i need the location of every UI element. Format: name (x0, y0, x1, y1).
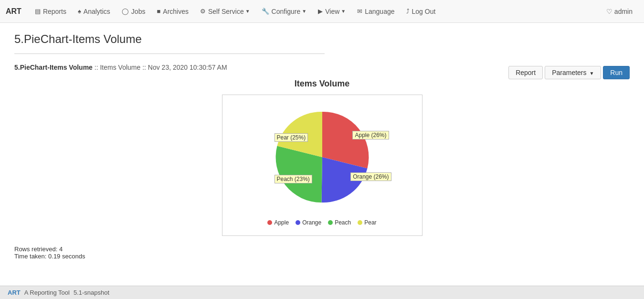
legend-orange: Orange (296, 219, 321, 226)
time-taken: Time taken: 0.19 seconds (14, 253, 630, 260)
orange-legend-label: Orange (302, 219, 321, 226)
orange-dot (296, 220, 300, 225)
parameters-button[interactable]: Parameters ▼ (545, 66, 601, 79)
nav-analytics-label: Analytics (84, 8, 110, 15)
chart-legend: Apple Orange Peach Pear (267, 219, 376, 226)
language-icon: ✉ (357, 8, 362, 15)
report-name: 5.PieChart-Items Volume (14, 64, 93, 71)
report-subtitle: :: Items Volume :: Nov 23, 2020 10:30:57… (95, 64, 227, 71)
nav-self-service-label: Self Service (208, 8, 244, 15)
toolbar: Report Parameters ▼ Run (508, 66, 630, 79)
apple-label: Apple (26%) (352, 131, 389, 139)
nav-logout[interactable]: ⤴ Log Out (401, 0, 442, 23)
divider (14, 53, 325, 54)
orange-label: Orange (26%) (350, 172, 391, 181)
run-button[interactable]: Run (603, 66, 630, 79)
user-icon: ♡ (606, 8, 612, 15)
nav-analytics[interactable]: ♠ Analytics (72, 0, 116, 23)
analytics-icon: ♠ (78, 8, 81, 15)
chart-box: Pear (25%) Apple (26%) Peach (23%) Orang… (222, 95, 422, 236)
peach-dot (328, 220, 333, 225)
nav-language-label: Language (365, 8, 394, 15)
nav-reports-label: Reports (43, 8, 66, 15)
pear-dot (358, 220, 362, 225)
pear-legend-label: Pear (364, 219, 376, 226)
peach-legend-label: Peach (335, 219, 351, 226)
nav-logout-label: Log Out (412, 8, 436, 15)
nav-configure[interactable]: 🔧 Configure ▼ (256, 0, 313, 23)
nav-jobs-label: Jobs (131, 8, 146, 15)
nav-self-service[interactable]: ⚙ Self Service ▼ (194, 0, 256, 23)
nav-reports[interactable]: ▤ Reports (29, 0, 72, 23)
nav-view-label: View (325, 8, 339, 15)
rows-retrieved: Rows retrieved: 4 (14, 246, 630, 253)
chart-container: Items Volume (14, 79, 630, 236)
apple-dot (267, 220, 272, 225)
apple-legend-label: Apple (274, 219, 289, 226)
logout-icon: ⤴ (406, 8, 410, 15)
nav-jobs[interactable]: ◯ Jobs (116, 0, 151, 23)
peach-label: Peach (23%) (274, 175, 312, 183)
bar-chart-icon: ▤ (35, 8, 41, 15)
archives-icon: ■ (157, 8, 160, 15)
jobs-icon: ◯ (122, 8, 129, 15)
configure-icon: 🔧 (262, 8, 269, 15)
nav-configure-label: Configure (272, 8, 301, 15)
chart-title: Items Volume (295, 79, 350, 89)
view-icon: ▶ (318, 8, 323, 15)
parameters-dropdown-icon: ▼ (589, 71, 594, 76)
report-button[interactable]: Report (508, 66, 543, 79)
page-title: 5.PieChart-Items Volume (14, 32, 630, 46)
view-dropdown-icon: ▼ (341, 9, 346, 14)
pie-svg (270, 105, 375, 210)
self-service-dropdown-icon: ▼ (245, 9, 250, 14)
navbar: ART ▤ Reports ♠ Analytics ◯ Jobs ■ Archi… (0, 0, 644, 23)
legend-apple: Apple (267, 219, 289, 226)
nav-archives-label: Archives (163, 8, 189, 15)
nav-view[interactable]: ▶ View ▼ (312, 0, 351, 23)
nav-archives[interactable]: ■ Archives (151, 0, 194, 23)
user-label: ♡ admin (601, 0, 638, 23)
legend-peach: Peach (328, 219, 351, 226)
configure-dropdown-icon: ▼ (302, 9, 306, 14)
pear-label: Pear (25%) (274, 133, 308, 142)
pie-chart: Pear (25%) Apple (26%) Peach (23%) Orang… (270, 105, 375, 210)
main-content: 5.PieChart-Items Volume 5.PieChart-Items… (0, 23, 644, 269)
stats: Rows retrieved: 4 Time taken: 0.19 secon… (14, 246, 630, 260)
legend-pear: Pear (358, 219, 376, 226)
nav-language[interactable]: ✉ Language (351, 0, 400, 23)
brand-label: ART (6, 7, 21, 16)
self-service-icon: ⚙ (200, 8, 206, 15)
